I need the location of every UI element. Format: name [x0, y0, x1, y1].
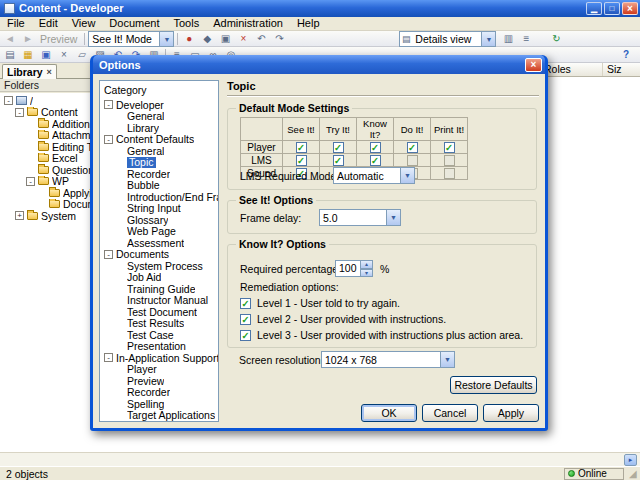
checkbox-level-3[interactable]: ✓	[240, 330, 251, 341]
tree-item-introduction-end-frame[interactable]: Introduction/End Frame	[100, 191, 218, 203]
ok-button[interactable]: OK	[361, 404, 417, 422]
menu-edit[interactable]: Edit	[32, 17, 65, 30]
tree-item-assessment[interactable]: Assessment	[100, 237, 218, 249]
tree-item-general[interactable]: General	[100, 111, 218, 123]
close-button[interactable]: ×	[622, 2, 638, 15]
checkbox-lms-know-it[interactable]: ✓	[370, 155, 381, 166]
tree-item-in-application-support[interactable]: -In-Application Support	[100, 352, 218, 364]
menu-file[interactable]: File	[0, 17, 32, 30]
tree-item-instructor-manual[interactable]: Instructor Manual	[100, 295, 218, 307]
view-mode-select[interactable]: ▤ Details view ▼	[399, 31, 496, 47]
tree-item-test-case[interactable]: Test Case	[100, 329, 218, 341]
help-icon[interactable]: ?	[618, 48, 634, 62]
tree-item-applying-f[interactable]: Applying F	[0, 187, 100, 199]
title-bar[interactable]: Content - Developer ▁ □ ×	[0, 0, 640, 17]
expander-icon[interactable]: -	[26, 177, 35, 186]
expander-icon[interactable]: -	[15, 108, 24, 117]
frame-delay-select[interactable]: 5.0 ▼	[319, 209, 401, 226]
close-tab-icon[interactable]: ×	[47, 67, 52, 77]
restore-defaults-button[interactable]: Restore Defaults	[450, 376, 537, 394]
expander-icon[interactable]: -	[4, 96, 13, 105]
resize-grip[interactable]: ◢	[629, 469, 639, 479]
column-header-roles[interactable]: Roles	[540, 63, 603, 76]
forward-icon[interactable]: ►	[20, 32, 36, 46]
tree-item-string-input[interactable]: String Input	[100, 203, 218, 215]
menu-tools[interactable]: Tools	[167, 17, 207, 30]
column-header-size[interactable]: Siz	[603, 63, 640, 76]
expander-icon[interactable]: -	[104, 250, 113, 259]
tree-item-preview[interactable]: Preview	[100, 375, 218, 387]
checkbox-player-know-it[interactable]: ✓	[370, 142, 381, 153]
checkbox-level-1[interactable]: ✓	[240, 298, 251, 309]
menu-administration[interactable]: Administration	[206, 17, 290, 30]
required-percentage-stepper[interactable]: 100 ▴ ▾	[335, 260, 373, 277]
stepper-up-icon[interactable]: ▴	[361, 260, 373, 269]
cut-icon[interactable]: ×	[56, 48, 72, 62]
menu-document[interactable]: Document	[102, 17, 166, 30]
checkbox-player-try-it[interactable]: ✓	[333, 142, 344, 153]
save-icon[interactable]: ▣	[38, 48, 54, 62]
sort-icon[interactable]: ≡	[518, 32, 534, 46]
delete-icon[interactable]: ×	[235, 32, 251, 46]
tree-item-content-defaults[interactable]: -Content Defaults	[100, 134, 218, 146]
menu-view[interactable]: View	[65, 17, 103, 30]
expander-icon[interactable]: -	[104, 100, 113, 109]
menu-help[interactable]: Help	[290, 17, 327, 30]
checkbox-lms-see-it[interactable]: ✓	[296, 155, 307, 166]
tree-item-web-page[interactable]: Web Page	[100, 226, 218, 238]
back-icon[interactable]: ◄	[2, 32, 18, 46]
tree-item-training-guide[interactable]: Training Guide	[100, 283, 218, 295]
tree-item-player[interactable]: Player	[100, 364, 218, 376]
view-options-icon[interactable]: ▥	[500, 32, 516, 46]
tree-item-system[interactable]: +System	[0, 210, 100, 222]
tree-item-library[interactable]: Library	[100, 122, 218, 134]
sound-editor-icon[interactable]: ◆	[199, 32, 215, 46]
minimize-button[interactable]: ▁	[586, 2, 602, 15]
tree-item-recorder[interactable]: Recorder	[100, 387, 218, 399]
horizontal-scrollbar[interactable]: ▸	[0, 452, 640, 466]
tree-item-attachments[interactable]: Attachments	[0, 130, 100, 142]
tree-item-developer[interactable]: -Developer	[100, 99, 218, 111]
new-icon[interactable]: ▤	[2, 48, 18, 62]
tree-item-job-aid[interactable]: Job Aid	[100, 272, 218, 284]
tree-item-test-document[interactable]: Test Document	[100, 306, 218, 318]
tree-item-topic[interactable]: Topic	[100, 157, 218, 169]
tree-item-questions-an[interactable]: Questions an	[0, 164, 100, 176]
redo-icon[interactable]: ↷	[271, 32, 287, 46]
tree-item-glossary[interactable]: Glossary	[100, 214, 218, 226]
open-icon[interactable]: ▦	[20, 48, 36, 62]
tree-item-wp[interactable]: -WP	[0, 176, 100, 188]
checkbox-level-2[interactable]: ✓	[240, 314, 251, 325]
tree-item-content[interactable]: -Content	[0, 107, 100, 119]
stepper-down-icon[interactable]: ▾	[361, 269, 373, 278]
expander-icon[interactable]: -	[104, 353, 113, 362]
record-topic-icon[interactable]: ●	[181, 32, 197, 46]
scrollbar-arrow-icon[interactable]: ▸	[624, 454, 637, 466]
checkbox-player-do-it[interactable]: ✓	[407, 142, 418, 153]
tree-item-test-results[interactable]: Test Results	[100, 318, 218, 330]
tree-item-general[interactable]: General	[100, 145, 218, 157]
dialog-title-bar[interactable]: Options ×	[93, 55, 545, 74]
tree-item-bubble[interactable]: Bubble	[100, 180, 218, 192]
undo-icon[interactable]: ↶	[253, 32, 269, 46]
tree-item-additional-to[interactable]: Additional To	[0, 118, 100, 130]
tree-item-editing-techn[interactable]: Editing Techn	[0, 141, 100, 153]
checkbox-lms-try-it[interactable]: ✓	[333, 155, 344, 166]
required-percentage-value[interactable]: 100	[335, 260, 361, 277]
expander-icon[interactable]: -	[104, 135, 113, 144]
screen-resolution-select[interactable]: 1024 x 768 ▼	[321, 351, 455, 368]
lms-required-mode-select[interactable]: Automatic ▼	[333, 167, 415, 184]
tree-item-system-process[interactable]: System Process	[100, 260, 218, 272]
checkbox-player-print-it[interactable]: ✓	[444, 142, 455, 153]
bubble-icon[interactable]: ▣	[217, 32, 233, 46]
apply-button[interactable]: Apply	[483, 404, 539, 422]
playback-mode-select[interactable]: See It! Mode ▼	[88, 31, 174, 47]
tree-item-item[interactable]: -/	[0, 95, 100, 107]
expander-icon[interactable]: +	[15, 211, 24, 220]
tree-item-documents[interactable]: -Documents	[100, 249, 218, 261]
tree-item-spelling[interactable]: Spelling	[100, 398, 218, 410]
copy-icon[interactable]: ▱	[74, 48, 90, 62]
cancel-button[interactable]: Cancel	[422, 404, 478, 422]
tree-item-excel[interactable]: Excel	[0, 153, 100, 165]
refresh-icon[interactable]: ↻	[548, 32, 564, 46]
